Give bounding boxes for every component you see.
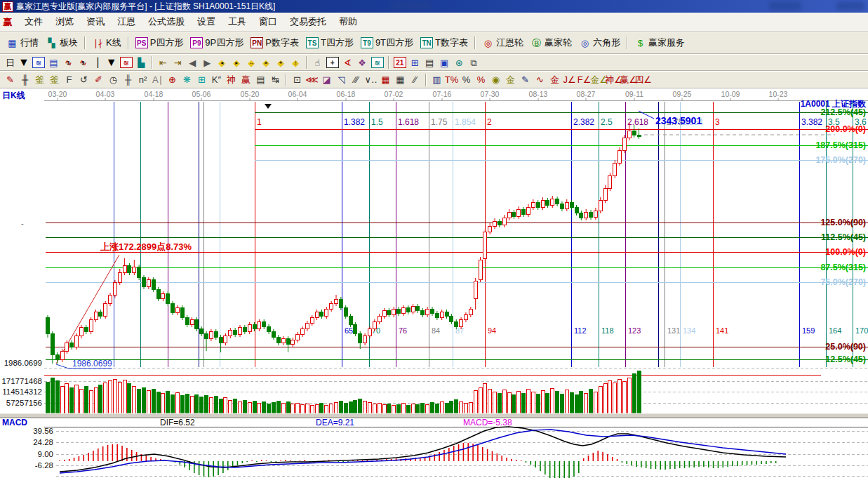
time-clock-tool[interactable]: ◷ xyxy=(106,72,121,87)
ying-tool[interactable]: 赢 xyxy=(239,72,253,87)
volume-histogram[interactable]: ▙ xyxy=(134,55,149,70)
gann-scribble-red[interactable]: ≋ xyxy=(119,55,134,70)
skip-first-button[interactable]: ⇤ xyxy=(156,55,171,70)
gann-scribble-blue[interactable]: ≋ xyxy=(31,55,46,70)
diamond-right[interactable]: ◆▸ xyxy=(229,55,244,70)
notebook-button[interactable]: ▤ xyxy=(422,55,437,70)
gann-wheel-button[interactable]: ◎江恩轮 xyxy=(479,34,526,51)
winner-wheel-button[interactable]: Ⓑ赢家轮 xyxy=(528,34,575,51)
kline-style-dropdown[interactable]: 日▼ xyxy=(3,55,31,70)
tick-grid-tool[interactable]: ╫ xyxy=(18,72,32,87)
wave-red-tool[interactable]: ∿ xyxy=(533,72,547,87)
remote-computer-button[interactable]: ⧉ xyxy=(467,55,481,70)
save-button[interactable]: ▣ xyxy=(437,55,452,70)
flower-tool[interactable]: ❖ xyxy=(355,55,370,70)
next-bar-button[interactable]: ▶ xyxy=(200,55,215,70)
crosshair-tool[interactable]: + xyxy=(325,55,340,70)
hexagon-button[interactable]: ◎六角形 xyxy=(576,34,623,51)
notes-document[interactable]: ▤ xyxy=(46,55,61,70)
web-grid-tool[interactable]: ⊞ xyxy=(194,72,209,87)
menu-item-8[interactable]: 交易委托 xyxy=(283,14,333,29)
price-bars-tool[interactable]: ▥ xyxy=(429,72,444,87)
menu-item-4[interactable]: 公式选股 xyxy=(142,14,191,29)
title-bar[interactable]: 赢 赢家江恩专业版[赢家内部服务平台] - [上证指数 SH1A0001-151… xyxy=(0,0,868,13)
sectors-button[interactable]: ▚板块 xyxy=(43,34,81,51)
menu-item-5[interactable]: 设置 xyxy=(191,14,222,29)
tick-ruler-tool[interactable]: ╫ xyxy=(121,72,135,87)
parallel-lines-tool[interactable]: ∕∕ xyxy=(408,72,422,87)
kline-chart-canvas[interactable]: 03-2004-0304-1805-0605-2006-0406-1807-02… xyxy=(0,88,868,478)
pan-hand-tool[interactable]: ☝ xyxy=(310,55,325,70)
k-quote-tool[interactable]: K″ xyxy=(209,72,224,87)
menu-item-6[interactable]: 工具 xyxy=(222,14,253,29)
diamond-horizontal[interactable]: ◆↔ xyxy=(244,55,259,70)
svg-text:94: 94 xyxy=(488,326,496,335)
fan-box-tool[interactable]: ◪ xyxy=(319,72,334,87)
ying-angle-tool[interactable]: 赢∠ xyxy=(621,72,636,87)
prev-bar-button[interactable]: ◀ xyxy=(185,55,200,70)
percent-line-tool[interactable]: % xyxy=(474,72,488,87)
candle-dropdown[interactable]: ⎮▼ xyxy=(91,55,119,70)
grid-red-tool[interactable]: ▦ xyxy=(378,72,393,87)
menu-item-9[interactable]: 帮助 xyxy=(333,14,363,29)
gold-circle-tool[interactable]: ◉ xyxy=(488,72,503,87)
circle-cross-tool[interactable]: ⊕ xyxy=(165,72,180,87)
gold-lines-tool[interactable]: 金 xyxy=(503,72,518,87)
fan-lines-tool[interactable]: ⋘ xyxy=(305,72,319,87)
t-percent-tool[interactable]: T% xyxy=(444,72,459,87)
grid-dark-tool[interactable]: ▦ xyxy=(393,72,408,87)
calculator-button[interactable]: ⊞ xyxy=(408,55,422,70)
span-arrows-tool[interactable]: ↹ xyxy=(268,72,283,87)
ruler-123-tool[interactable]: ▤ xyxy=(253,72,268,87)
p-square-button[interactable]: PSP四方形 xyxy=(133,34,187,51)
t-square-button[interactable]: TST四方形 xyxy=(303,34,356,51)
wave-count-9[interactable]: ∿9 xyxy=(76,55,91,70)
menu-item-2[interactable]: 资讯 xyxy=(80,14,111,29)
gold-underline-tool[interactable]: 金 xyxy=(547,72,562,87)
drawing-toolbar: 日▼≋▤∿3∿9⎮▼≋▙⇤⇥◀▶◆◂◆▸◆↔◆×◆+◆↕☝+∢❖≋21⊞▤▣⊛⧉ xyxy=(0,54,868,71)
menu-item-1[interactable]: 浏览 xyxy=(49,14,80,29)
wave-count-3[interactable]: ∿3 xyxy=(61,55,76,70)
p9-square-button[interactable]: P99P四方形 xyxy=(187,34,246,51)
f-angle-tool[interactable]: F∠ xyxy=(577,72,592,87)
a-line-tool[interactable]: A∣ xyxy=(150,72,165,87)
gold-gann-tool-1[interactable]: 釜 xyxy=(32,72,47,87)
shen-tool[interactable]: 神 xyxy=(224,72,239,87)
f-ruler-tool[interactable]: F xyxy=(62,72,76,87)
three-lines-tool[interactable]: ∕∕∕ xyxy=(349,72,363,87)
spider-web-tool[interactable]: ❋ xyxy=(180,72,194,87)
pen-bars-tool[interactable]: ✎ xyxy=(518,72,533,87)
menu-item-0[interactable]: 文件 xyxy=(18,14,49,29)
p-number-button-label: P数字表 xyxy=(265,36,299,49)
scribble-teal-tool[interactable]: ≋ xyxy=(370,55,385,70)
angle-measure-tool[interactable]: ∢ xyxy=(340,55,355,70)
gold-gann-tool-2[interactable]: 釜 xyxy=(47,72,62,87)
spiral-tool[interactable]: ↺ xyxy=(76,72,91,87)
p-number-button[interactable]: PNP数字表 xyxy=(248,34,302,51)
t-number-button[interactable]: TNT数字表 xyxy=(418,34,471,51)
gold-angle-tool[interactable]: 金∠ xyxy=(592,72,606,87)
shen-angle-tool[interactable]: 神∠ xyxy=(606,72,621,87)
skip-last-button[interactable]: ⇥ xyxy=(171,55,185,70)
diamond-plus[interactable]: ◆+ xyxy=(274,55,288,70)
percent-tool[interactable]: % xyxy=(459,72,474,87)
si-angle-tool[interactable]: 四∠ xyxy=(636,72,650,87)
box-measure-tool[interactable]: ⊡ xyxy=(290,72,305,87)
t9-square-button[interactable]: T99T四方形 xyxy=(358,34,416,51)
v-dotted-tool[interactable]: ∨‥ xyxy=(363,72,378,87)
winner-service-button[interactable]: $赢家服务 xyxy=(632,34,688,51)
menu-item-3[interactable]: 江恩 xyxy=(111,14,142,29)
menu-item-7[interactable]: 窗口 xyxy=(253,14,283,29)
diamond-expand[interactable]: ◆↕ xyxy=(288,55,303,70)
kline-button[interactable]: ∣∤K线 xyxy=(89,34,124,51)
diamond-left[interactable]: ◆◂ xyxy=(215,55,229,70)
red-marker-tool[interactable]: ✐ xyxy=(91,72,106,87)
diamond-collapse[interactable]: ◆× xyxy=(259,55,274,70)
j-angle-tool[interactable]: J∠ xyxy=(562,72,577,87)
draw-pen-tool[interactable]: ✎ xyxy=(3,72,18,87)
n-squared-tool[interactable]: n² xyxy=(135,72,150,87)
fan-corner-tool[interactable]: ◹ xyxy=(334,72,349,87)
web-globe-button[interactable]: ⊛ xyxy=(452,55,467,70)
quotes-button[interactable]: ▦行情 xyxy=(4,34,41,51)
calendar-button[interactable]: 21 xyxy=(392,55,408,70)
